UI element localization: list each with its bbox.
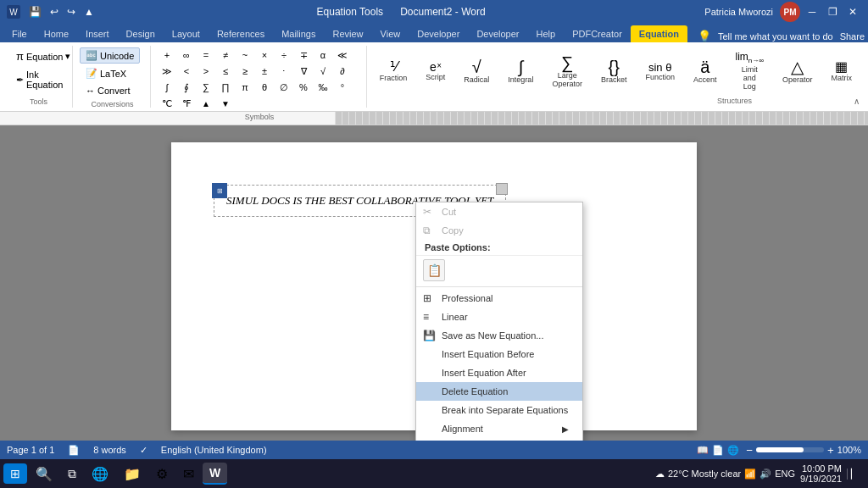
sym-theta[interactable]: θ [255,80,274,95]
tab-review[interactable]: Review [325,25,372,42]
sym-div[interactable]: ÷ [275,47,293,63]
sym-lteq[interactable]: < [177,64,196,79]
sym-plus[interactable]: + [158,47,176,63]
paste-icon-btn[interactable]: 📋 [423,259,445,281]
operator-btn[interactable]: △ Operator [775,55,821,87]
radical-btn[interactable]: √ Radical [456,55,497,87]
sym-nabla[interactable]: ∇ [294,64,313,79]
sym-fahr[interactable]: ℉ [177,96,196,111]
sym-sum[interactable]: ∑ [197,80,215,95]
edge-button[interactable]: 🌐 [85,463,115,485]
unicode-btn[interactable]: 🔤 Unicode [80,47,140,64]
sym-geq[interactable]: ≥ [236,64,254,79]
tab-design[interactable]: Design [118,25,164,42]
sym-cel[interactable]: ℃ [158,96,176,111]
equation-handle[interactable]: ⊞ [212,183,227,198]
tab-layout[interactable]: Layout [164,25,209,42]
accent-btn[interactable]: ä Accent [686,55,725,87]
sym-oint[interactable]: ∮ [177,80,196,95]
sym-leq[interactable]: ≤ [216,64,235,79]
sym-pi[interactable]: π [236,80,254,95]
ink-equation-btn[interactable]: ✒ Ink Equation [10,67,69,92]
restore-button[interactable]: ❐ [824,3,841,20]
sym-times[interactable]: × [255,47,274,63]
sym-eq[interactable]: = [197,47,215,63]
convert-btn[interactable]: ↔ Convert [80,83,136,98]
web-view-btn[interactable]: 🌐 [727,445,739,456]
equation-resize-handle[interactable] [496,183,508,195]
sym-pct[interactable]: % [294,80,313,95]
ctx-professional[interactable]: ⊞ Professional [416,289,582,308]
ctx-expand-page[interactable]: Expand to Page/Column Width [416,438,582,441]
share-label[interactable]: Share [840,31,865,42]
tab-view[interactable]: View [372,25,409,42]
sym-arrow-up[interactable]: ▲ [197,96,215,111]
tab-equation[interactable]: Equation [631,25,687,42]
integral-btn[interactable]: ∫ Integral [500,55,541,87]
tab-references[interactable]: References [209,25,273,42]
customize-qa-button[interactable]: ▲ [81,4,97,19]
zoom-in-button[interactable]: + [827,444,834,457]
zoom-out-button[interactable]: − [746,444,753,457]
structures-collapse-btn[interactable]: ∧ [854,97,860,106]
sym-prod[interactable]: ∏ [216,80,235,95]
limit-log-btn[interactable]: limn→∞ Limit andLog [727,48,771,93]
ctx-insert-after[interactable]: Insert Equation After [416,363,582,382]
search-button[interactable]: 🔍 [29,463,59,485]
tab-insert[interactable]: Insert [77,25,118,42]
sym-gt[interactable]: ≫ [158,64,176,79]
sym-phi[interactable]: ∅ [275,80,293,95]
bracket-btn[interactable]: {} Bracket [593,55,635,87]
ctx-copy[interactable]: ⧉ Copy [416,221,582,240]
tab-pdfcreator[interactable]: PDFCreator [564,25,631,42]
tab-mailings[interactable]: Mailings [273,25,324,42]
word-taskbar-button[interactable]: W [203,463,227,485]
ctx-alignment[interactable]: Alignment ▶ [416,419,582,438]
undo-button[interactable]: ↩ [47,4,62,19]
ctx-linear[interactable]: ≡ Linear [416,308,582,326]
ctx-insert-before[interactable]: Insert Equation Before [416,345,582,363]
sym-degree[interactable]: ° [333,80,352,95]
sym-neq[interactable]: ≠ [216,47,235,63]
tab-help[interactable]: Help [528,25,565,42]
function-btn[interactable]: sin θ Function [637,58,682,85]
script-btn[interactable]: eˣ Script [418,58,453,85]
minimize-button[interactable]: ─ [804,3,821,20]
task-view-button[interactable]: ⧉ [61,463,83,485]
sym-inf[interactable]: ∞ [177,47,196,63]
fraction-btn[interactable]: ⅟ Fraction [372,57,415,86]
tab-file[interactable]: File [3,25,36,42]
start-button[interactable]: ⊞ [3,463,27,484]
tab-developer2[interactable]: Developer [468,25,527,42]
save-button[interactable]: 💾 [25,4,45,19]
redo-button[interactable]: ↪ [64,4,79,19]
latex-btn[interactable]: 📝 LaTeX [80,65,132,81]
zoom-slider[interactable] [756,447,824,452]
sym-cdot[interactable]: ⋅ [275,64,293,79]
chrome-button[interactable]: ⚙ [149,463,175,485]
show-desktop-btn[interactable]: ▏ [847,469,858,480]
sym-gteq[interactable]: > [197,64,215,79]
explorer-button[interactable]: 📁 [117,463,147,485]
sym-pm[interactable]: ± [255,64,274,79]
close-button[interactable]: ✕ [844,3,861,20]
ctx-save-new-equation[interactable]: 💾 Save as New Equation... [416,326,582,345]
sym-perm[interactable]: ‰ [314,80,332,95]
equation-dropdown-btn[interactable]: π Equation ▾ [10,47,76,65]
tab-developer[interactable]: Developer [409,25,468,42]
sym-colon[interactable]: ∓ [294,47,313,63]
sym-lt[interactable]: ≪ [333,47,352,63]
ctx-break-separate[interactable]: Break into Separate Equations [416,401,582,419]
read-view-btn[interactable]: 📖 [697,445,709,456]
sym-sqrt[interactable]: √ [314,64,332,79]
matrix-btn[interactable]: ▦ Matrix [824,57,860,86]
ctx-delete-equation[interactable]: Delete Equation [416,382,582,401]
tab-home[interactable]: Home [36,25,77,42]
large-operator-btn[interactable]: ∑ LargeOperator [544,51,590,92]
sym-approx[interactable]: ~ [236,47,254,63]
sym-arrow-dn[interactable]: ▼ [216,96,235,111]
ctx-cut[interactable]: ✂ Cut [416,202,582,221]
print-view-btn[interactable]: 📄 [712,445,724,456]
mail-button[interactable]: ✉ [176,463,201,485]
sym-alpha[interactable]: α [314,47,332,63]
